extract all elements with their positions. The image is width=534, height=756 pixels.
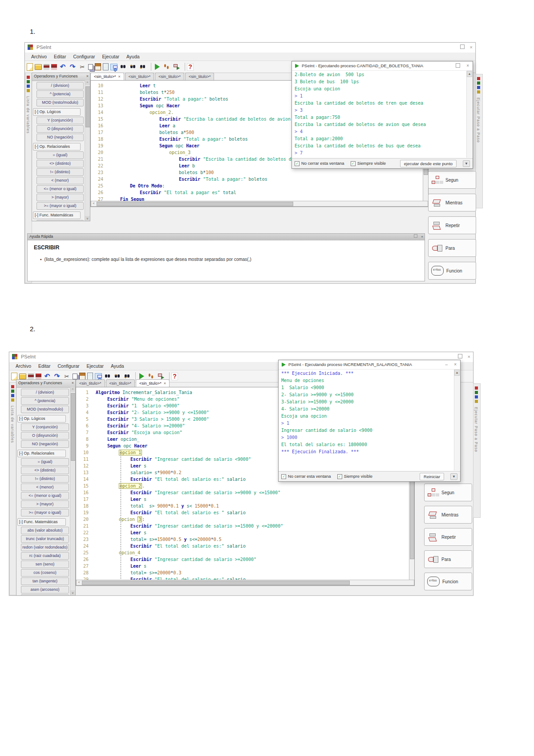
saveas-icon[interactable] <box>36 374 41 379</box>
maximize-icon[interactable] <box>458 354 462 359</box>
copy-icon[interactable] <box>88 64 93 70</box>
run-from-here-button[interactable]: ejecutar desde este punto <box>400 160 457 167</box>
panel-scrollbar[interactable]: ^ v <box>85 80 90 221</box>
flowrun-icon[interactable] <box>173 63 181 71</box>
panel-operator-item[interactable]: sen (seno) <box>21 561 69 568</box>
restart-button[interactable]: Reiniciar <box>420 473 444 480</box>
scroll-left-icon[interactable]: < <box>91 201 96 206</box>
paste-icon[interactable] <box>79 373 85 380</box>
run-options-dropdown-icon[interactable]: ▼ <box>463 160 470 167</box>
close-icon[interactable]: × <box>470 45 473 50</box>
code-line[interactable]: 18total s> 9000*0.1 y s< 15000*0.1 <box>76 503 414 509</box>
console-output[interactable]: *** Ejecución Iniciada. ***Menu de opcio… <box>281 370 453 471</box>
insert-repetir-button[interactable]: Repetir <box>424 528 472 546</box>
scroll-up-icon[interactable]: ^ <box>70 387 75 392</box>
cut-icon[interactable]: ✂ <box>78 63 86 71</box>
panel-operator-item[interactable]: ^ (potencia) <box>36 90 84 98</box>
menu-configurar[interactable]: Configurar <box>73 54 95 59</box>
menu-ayuda[interactable]: Ayuda <box>126 54 140 59</box>
insert-mientras-button[interactable]: Mientras <box>424 506 472 524</box>
flow-icon[interactable] <box>110 64 117 70</box>
panel-operator-item[interactable]: >= (mayor o igual) <box>21 509 69 516</box>
panel-operator-item[interactable]: NO (negación) <box>36 134 84 141</box>
code-line[interactable]: 19Escribir "El total del salario es " sa… <box>76 509 414 516</box>
new-icon[interactable] <box>11 373 17 380</box>
menu-archivo[interactable]: Archivo <box>16 363 31 369</box>
insert-para-button[interactable]: Para <box>428 239 476 257</box>
panel-operator-item[interactable]: acos (arcocoseno) <box>21 594 69 596</box>
panel-operator-item[interactable]: abs (valor absoluto) <box>36 220 84 221</box>
panel-operator-item[interactable]: <> (distinto) <box>21 467 69 474</box>
code-line[interactable]: 23total= s>=15000*0.5 y s<=20000*0.5 <box>76 536 414 543</box>
panel-operator-item[interactable]: Y (conjunción) <box>21 423 69 431</box>
editor-hscrollbar[interactable]: < <box>76 580 414 585</box>
save-icon[interactable] <box>28 374 34 379</box>
code-line[interactable]: 26Escribir "Ingresar cantidad de salario… <box>76 556 414 563</box>
insert-repetir-button[interactable]: Repetir <box>428 216 476 234</box>
menu-ejecutar[interactable]: Ejecutar <box>86 363 104 369</box>
find-icon[interactable] <box>119 63 127 71</box>
code-line[interactable]: 17Leer s <box>76 496 414 503</box>
console-title-bar[interactable]: PSeInt - Ejecutando proceso INCREMENTAR_… <box>279 360 460 370</box>
code-line[interactable]: 22Leer s <box>76 529 414 536</box>
panel-section-header[interactable]: [-] Op. Relacionales <box>17 450 66 457</box>
keep-open-checkbox[interactable]: ✓No cerrar esta ventana <box>281 474 331 479</box>
open-icon[interactable] <box>35 64 42 70</box>
panel-operator-item[interactable]: ^ (potencia) <box>21 397 69 405</box>
insert-mientras-button[interactable]: Mientras <box>428 194 476 211</box>
panel-operator-item[interactable]: O (disyunción) <box>36 125 84 133</box>
console-title-bar[interactable]: PSeInt - Ejecutando proceso CANTIDAD_DE_… <box>292 61 473 71</box>
panel-operator-item[interactable]: != (distinto) <box>36 168 84 176</box>
editor-tab[interactable]: <sin_titulo>* <box>125 73 154 80</box>
code-line[interactable]: 16Escribir "Ingresar cantidad de salario… <box>76 489 414 496</box>
insert-funcion-button[interactable]: Funcion <box>424 573 472 590</box>
panel-section-header[interactable]: [-] Func. Matemáticas <box>17 518 66 526</box>
panel-close-icon[interactable]: × <box>72 381 74 385</box>
console-scrollbar[interactable]: ▲ <box>454 370 460 471</box>
step-icon[interactable] <box>163 63 171 71</box>
code-line[interactable]: 21Escribir "Ingresar cantidad de salario… <box>76 523 414 529</box>
code-line[interactable]: 24Escribir "El total del salario es:" sa… <box>76 543 414 549</box>
panel-scrollbar[interactable]: ^ v <box>70 387 75 595</box>
console-scroll-up-icon[interactable]: ▲ <box>454 370 460 376</box>
right-dock-strip[interactable]: Ejecutar Paso a Paso <box>473 383 481 518</box>
menu-ayuda[interactable]: Ayuda <box>111 363 124 369</box>
editor-tab[interactable]: <sin_titulo>*× <box>90 73 124 80</box>
help-icon[interactable]: ? <box>187 63 194 71</box>
console-close-icon[interactable]: × <box>466 63 469 69</box>
panel-operator-item[interactable]: < (menor) <box>21 484 69 491</box>
always-visible-checkbox[interactable]: ✓Siempre visible <box>351 161 386 166</box>
panel-operator-item[interactable]: <= (menor o igual) <box>21 492 69 500</box>
panel-operator-item[interactable]: tan (tangente) <box>21 577 69 585</box>
saveas-icon[interactable] <box>51 64 57 70</box>
panel-section-header[interactable]: [-] Op. Relacionales <box>33 143 81 150</box>
insert-funcion-button[interactable]: Funcion <box>428 262 476 280</box>
panel-operator-item[interactable]: cos (coseno) <box>21 569 69 577</box>
left-dock-strip[interactable]: Lista de variables <box>9 382 16 595</box>
undo-icon[interactable]: ↶ <box>59 63 67 71</box>
run-icon[interactable] <box>153 63 161 71</box>
panel-operator-item[interactable]: = (igual) <box>36 151 84 159</box>
restart-options-dropdown-icon[interactable]: ▼ <box>450 473 457 480</box>
panel-section-header[interactable]: [-] Op. Lógicos <box>17 415 66 423</box>
panel-section-header[interactable]: [-] Func. Matemáticas <box>33 211 81 219</box>
menu-archivo[interactable]: Archivo <box>31 54 47 59</box>
insert-segun-button[interactable]: Segun <box>424 484 472 501</box>
tab-close-icon[interactable]: × <box>118 74 121 79</box>
scroll-thumb[interactable] <box>85 86 90 127</box>
editor-tab[interactable]: <sin_titulo>* <box>155 73 184 80</box>
paste-icon[interactable] <box>95 63 101 70</box>
scroll-down-icon[interactable]: v <box>70 590 75 595</box>
open-icon[interactable] <box>19 374 26 379</box>
panel-operator-item[interactable]: != (distinto) <box>21 475 69 483</box>
code-line[interactable]: 20opcion 3: <box>76 516 414 523</box>
panel-operator-item[interactable]: O (disyunción) <box>21 432 69 439</box>
redo-icon[interactable]: ↷ <box>69 63 77 71</box>
code-line[interactable]: 23boletos b*100 <box>91 169 428 176</box>
panel-operator-item[interactable]: trunc (valor truncado) <box>21 535 69 543</box>
code-line[interactable]: 25opcion_4 <box>76 549 414 556</box>
keep-open-checkbox[interactable]: ✓No cerrar esta ventana <box>295 161 344 166</box>
panel-operator-item[interactable]: = (igual) <box>21 458 69 466</box>
code-line[interactable]: 26Escribir "El total a pagar es" total <box>91 189 428 196</box>
close-icon[interactable]: × <box>468 354 470 359</box>
